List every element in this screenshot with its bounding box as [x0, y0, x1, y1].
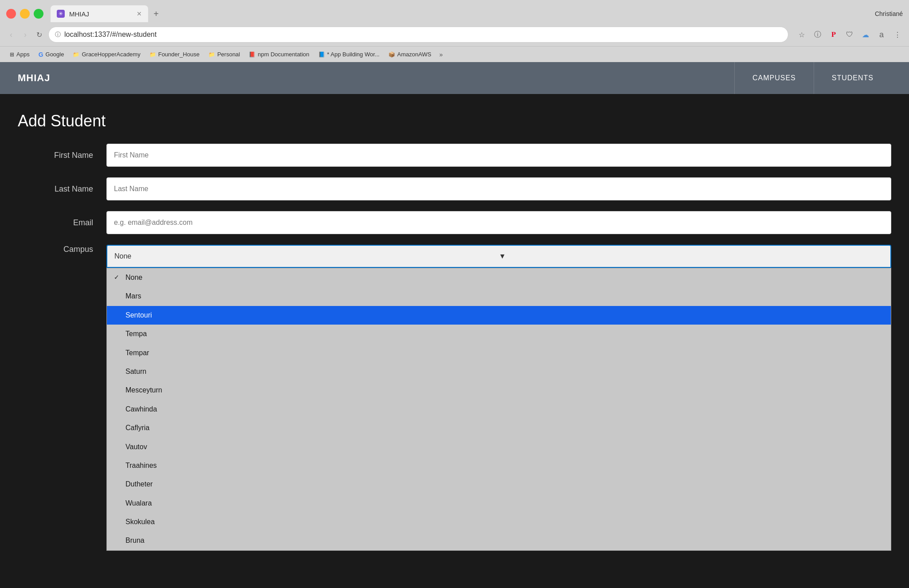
- campus-dropdown-arrow: ▼: [499, 252, 883, 260]
- bookmark-npm[interactable]: 📕 npm Documentation: [245, 50, 313, 59]
- campus-option-wualara-label: Wualara: [125, 498, 152, 508]
- campus-option-skokulea-label: Skokulea: [125, 517, 155, 527]
- email-label: Email: [18, 218, 106, 227]
- campus-option-tempa[interactable]: Tempa: [107, 325, 891, 343]
- bookmark-amazon-aws[interactable]: 📦 AmazonAWS: [385, 50, 435, 59]
- bookmark-personal-label: Personal: [217, 51, 240, 58]
- campus-select-wrapper: None ▼ ✓ None Mars Sentouri: [106, 245, 891, 268]
- campus-label: Campus: [18, 245, 106, 254]
- campus-option-traahines[interactable]: Traahines: [107, 456, 891, 475]
- folder-icon-1: 📁: [73, 51, 79, 58]
- campus-select-trigger[interactable]: None ▼: [106, 245, 891, 268]
- campus-option-dutheter-label: Dutheter: [125, 479, 153, 489]
- app-logo-title: MHIAJ: [18, 72, 734, 84]
- app-nav: CAMPUSES STUDENTS: [734, 62, 891, 94]
- bookmark-google-label: Google: [46, 51, 64, 58]
- campus-option-wualara[interactable]: Wualara: [107, 494, 891, 513]
- browser-toolbar: ‹ › ↻ ⓘ localhost:1337/#/new-student ☆ ⓘ…: [0, 23, 909, 46]
- email-row: Email: [18, 211, 891, 234]
- bookmark-founder-house[interactable]: 📁 Founder_House: [146, 50, 203, 59]
- window-controls: [6, 9, 43, 19]
- folder-icon-3: 📁: [208, 51, 215, 58]
- campus-option-cawhinda-label: Cawhinda: [125, 404, 157, 414]
- bookmark-apps[interactable]: ⊞ Apps: [6, 50, 33, 59]
- close-button[interactable]: [6, 9, 16, 19]
- campus-option-mesceyturn[interactable]: Mesceyturn: [107, 381, 891, 400]
- tab-close-icon[interactable]: ✕: [137, 10, 142, 17]
- bookmark-amazon-aws-label: AmazonAWS: [397, 51, 431, 58]
- back-button[interactable]: ‹: [6, 28, 16, 41]
- bookmarks-more-button[interactable]: »: [437, 50, 446, 59]
- cloud-icon[interactable]: ☁: [860, 29, 871, 40]
- bookmark-gracehopperacademy[interactable]: 📁 GraceHopperAcademy: [69, 50, 144, 59]
- forward-button[interactable]: ›: [20, 28, 30, 41]
- folder-icon-2: 📁: [149, 51, 156, 58]
- maximize-button[interactable]: [34, 9, 43, 19]
- campus-option-mesceyturn-label: Mesceyturn: [125, 385, 162, 395]
- amazon-icon[interactable]: a: [876, 29, 887, 40]
- shield-icon[interactable]: 🛡: [844, 29, 855, 40]
- browser-chrome: MHIAJ ✕ + Christiané ‹ › ↻ ⓘ localhost:1…: [0, 0, 909, 62]
- campus-dropdown-list: ✓ None Mars Sentouri Tempa: [106, 268, 891, 551]
- browser-tab[interactable]: MHIAJ ✕: [51, 5, 148, 22]
- first-name-label: First Name: [18, 151, 106, 160]
- campus-selected-value: None: [114, 252, 499, 260]
- campus-option-vautov-label: Vautov: [125, 442, 147, 452]
- tab-favicon: [57, 10, 65, 18]
- first-name-input[interactable]: [106, 144, 891, 167]
- address-bar[interactable]: ⓘ localhost:1337/#/new-student: [48, 27, 788, 43]
- campus-option-saturn[interactable]: Saturn: [107, 362, 891, 381]
- last-name-label: Last Name: [18, 184, 106, 194]
- campus-option-sentouri-label: Sentouri: [125, 310, 152, 320]
- bookmark-app-building[interactable]: 📘 * App Building Wor...: [315, 50, 383, 59]
- user-name: Christiané: [875, 10, 903, 17]
- campus-option-sentouri[interactable]: Sentouri: [107, 306, 891, 325]
- toolbar-icons: ☆ ⓘ 𝐏 🛡 ☁ a ⋮: [796, 29, 903, 40]
- nav-campuses[interactable]: CAMPUSES: [734, 62, 814, 94]
- minimize-button[interactable]: [20, 9, 30, 19]
- tab-title: MHIAJ: [69, 10, 132, 18]
- campus-option-bruna[interactable]: Bruna: [107, 531, 891, 550]
- campus-option-tempar[interactable]: Tempar: [107, 344, 891, 362]
- first-name-row: First Name: [18, 144, 891, 167]
- campus-option-none[interactable]: ✓ None: [107, 268, 891, 287]
- info-icon[interactable]: ⓘ: [812, 29, 823, 40]
- nav-students[interactable]: STUDENTS: [814, 62, 891, 94]
- bookmark-apps-label: Apps: [16, 51, 30, 58]
- new-tab-button[interactable]: +: [148, 6, 164, 22]
- bookmark-app-building-label: * App Building Wor...: [327, 51, 380, 58]
- address-info-icon: ⓘ: [55, 31, 61, 39]
- campus-option-mars[interactable]: Mars: [107, 287, 891, 306]
- title-bar: MHIAJ ✕ + Christiané: [0, 0, 909, 23]
- app-building-icon: 📘: [318, 51, 325, 58]
- bookmark-gracehopperacademy-label: GraceHopperAcademy: [82, 51, 140, 58]
- main-content: Add Student First Name Last Name Email C…: [0, 94, 909, 493]
- campus-option-bruna-label: Bruna: [125, 536, 145, 545]
- email-input[interactable]: [106, 211, 891, 234]
- page-title: Add Student: [0, 112, 909, 144]
- campus-option-mars-label: Mars: [125, 291, 141, 301]
- last-name-input[interactable]: [106, 177, 891, 200]
- campus-option-cawhinda[interactable]: Cawhinda: [107, 400, 891, 419]
- menu-icon[interactable]: ⋮: [892, 29, 903, 40]
- last-name-row: Last Name: [18, 177, 891, 200]
- campus-option-skokulea[interactable]: Skokulea: [107, 513, 891, 531]
- campus-option-traahines-label: Traahines: [125, 461, 157, 470]
- google-icon: G: [39, 51, 43, 58]
- bookmark-google[interactable]: G Google: [35, 50, 68, 59]
- campus-option-tempa-label: Tempa: [125, 329, 147, 339]
- campus-option-none-label: None: [125, 273, 142, 282]
- star-icon[interactable]: ☆: [796, 29, 807, 40]
- campus-row: Campus None ▼ ✓ None Mars: [18, 245, 891, 268]
- refresh-button[interactable]: ↻: [35, 29, 44, 41]
- address-text: localhost:1337/#/new-student: [64, 31, 782, 39]
- bookmark-npm-label: npm Documentation: [258, 51, 309, 58]
- campus-option-caflyria[interactable]: Caflyria: [107, 419, 891, 437]
- check-icon: ✓: [114, 273, 121, 282]
- bookmarks-bar: ⊞ Apps G Google 📁 GraceHopperAcademy 📁 F…: [0, 46, 909, 62]
- bookmark-personal[interactable]: 📁 Personal: [205, 50, 243, 59]
- campus-option-dutheter[interactable]: Dutheter: [107, 475, 891, 494]
- campus-option-vautov[interactable]: Vautov: [107, 438, 891, 456]
- aws-icon: 📦: [388, 51, 395, 58]
- pinterest-icon[interactable]: 𝐏: [828, 29, 839, 40]
